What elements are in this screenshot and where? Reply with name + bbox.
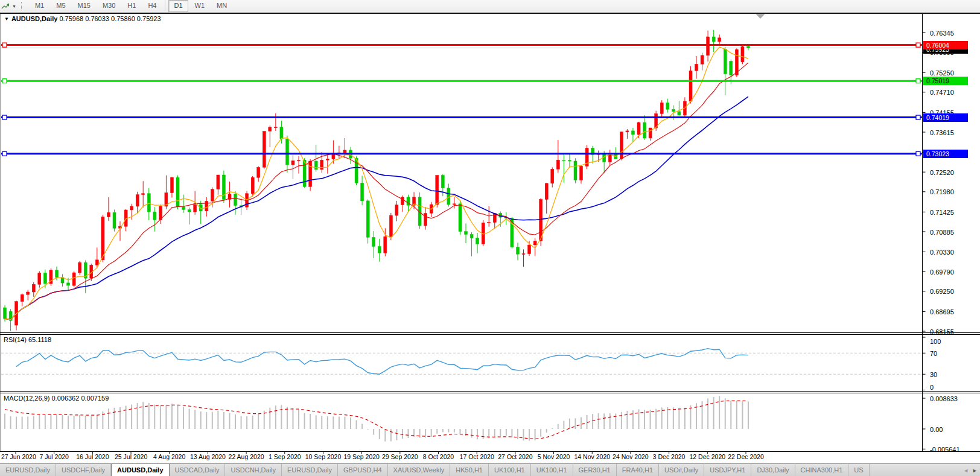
symbol-tab-ger30-h1[interactable]: GER30,H1 <box>573 464 617 476</box>
symbol-tab-fra40-h1[interactable]: FRA40,H1 <box>617 464 659 476</box>
candle-body <box>649 128 652 138</box>
date-axis-label: 4 Aug 2020 <box>153 453 185 460</box>
candle-body <box>660 103 663 113</box>
candle-body <box>56 270 59 278</box>
candle-body <box>291 160 294 165</box>
price-axis-tick-label: 0.73615 <box>930 129 954 136</box>
date-axis-label: 22 Dec 2020 <box>728 453 764 460</box>
symbol-tab-us[interactable]: US <box>848 464 869 476</box>
candle-body <box>286 139 289 165</box>
candle-body <box>95 260 98 265</box>
candle-body <box>678 112 681 115</box>
candle-body <box>441 176 444 188</box>
candle-body <box>280 127 283 139</box>
symbol-tab-usdjpy-h1[interactable]: USDJPY,H1 <box>704 464 751 476</box>
symbol-tab-xauusd-weekly[interactable]: XAUUSD,Weekly <box>388 464 451 476</box>
chart-symbol-label: AUDUSD,Daily <box>11 15 57 22</box>
date-axis-label: 1 Sep 2020 <box>269 453 301 460</box>
date-axis-label: 7 Jul 2020 <box>39 453 68 460</box>
macd-axis-label: 0.008633 <box>930 395 958 402</box>
candle-body <box>113 212 116 228</box>
candle-body <box>326 159 329 160</box>
candle-body <box>257 167 260 177</box>
hline-handle[interactable] <box>916 151 920 156</box>
symbol-tab-eurusd-daily[interactable]: EURUSD,Daily <box>0 464 56 476</box>
candle-body <box>453 204 456 205</box>
hline-handle[interactable] <box>2 79 7 83</box>
date-axis-label: 12 Dec 2020 <box>690 453 726 460</box>
macd-axis-label: -0.005641 <box>930 446 960 453</box>
candle-body <box>372 237 375 246</box>
candle-body <box>303 160 306 186</box>
candle-body <box>724 49 727 74</box>
symbol-tab-usdchf-daily[interactable]: USDCHF,Daily <box>56 464 111 476</box>
date-axis-label: 29 Sep 2020 <box>382 453 418 460</box>
candle-body <box>488 223 491 223</box>
hline-handle[interactable] <box>916 79 920 83</box>
candle-body <box>343 150 346 153</box>
symbol-tab-gbpusd-h4[interactable]: GBPUSD,H4 <box>338 464 388 476</box>
candle-body <box>672 109 675 112</box>
symbol-tab-audusd-daily[interactable]: AUDUSD,Daily <box>111 464 169 476</box>
hline-handle[interactable] <box>2 115 7 119</box>
candle-body <box>643 122 646 138</box>
price-axis-tick-label: 0.69250 <box>930 288 954 295</box>
candle-body <box>389 215 392 236</box>
candle-body <box>545 183 548 200</box>
macd-indicator-label: MACD(12,26,9) 0.006362 0.007159 <box>4 395 109 402</box>
candle-body <box>142 194 145 195</box>
date-axis-label: 10 Sep 2020 <box>305 453 342 460</box>
hline-handle[interactable] <box>2 43 7 47</box>
symbol-tab-usdcad-daily[interactable]: USDCAD,Daily <box>170 464 226 476</box>
symbol-tab-china300-h1[interactable]: CHINA300,H1 <box>795 464 849 476</box>
candle-body <box>632 131 635 135</box>
candle-body <box>107 212 110 217</box>
chart-shift-marker[interactable] <box>756 14 765 19</box>
symbol-tab-dj30-daily[interactable]: DJ30,Daily <box>751 464 795 476</box>
candle-body <box>465 232 468 235</box>
hline-price-tag: 0.76004 <box>923 41 968 49</box>
symbol-tab-eurusd-daily[interactable]: EURUSD,Daily <box>282 464 338 476</box>
tab-scroll-right-icon[interactable]: ► <box>972 468 978 474</box>
candle-body <box>539 200 542 241</box>
macd-signal-line <box>5 401 748 439</box>
candle-body <box>32 284 35 292</box>
candle-body <box>72 273 75 285</box>
chart-ohlc-values: 0.75968 0.76033 0.75860 0.75923 <box>59 15 161 22</box>
macd-axis-label: 0.00 <box>930 426 943 433</box>
candle-body <box>637 122 640 135</box>
symbol-tab-uk100-h1[interactable]: UK100,H1 <box>531 464 573 476</box>
candle-body <box>67 283 70 285</box>
hline-handle[interactable] <box>916 43 920 47</box>
rsi-axis-label: 30 <box>930 371 937 378</box>
chart-title: ▼AUDUSD,Daily 0.75968 0.76033 0.75860 0.… <box>4 15 161 22</box>
price-axis-tick-label: 0.74710 <box>930 89 954 96</box>
candle-body <box>262 132 266 168</box>
candle-body <box>574 161 577 180</box>
date-axis-label: 19 Sep 2020 <box>343 453 380 460</box>
chart-canvas[interactable] <box>0 0 980 476</box>
date-axis-label: 27 Oct 2020 <box>498 453 532 460</box>
price-axis-tick-label: 0.71980 <box>930 188 954 195</box>
price-axis-tick-label: 0.72520 <box>930 169 954 176</box>
collapse-triangle-icon[interactable]: ▼ <box>4 16 9 22</box>
candle-body <box>378 247 381 253</box>
price-axis-tick-label: 0.68155 <box>930 328 954 335</box>
candle-body <box>580 167 583 180</box>
tab-scroll-arrows: ◄► <box>961 464 980 476</box>
date-axis-label: 13 Aug 2020 <box>190 453 226 460</box>
symbol-tab-hk50-h1[interactable]: HK50,H1 <box>450 464 489 476</box>
symbol-tab-usdcnh-daily[interactable]: USDCNH,Daily <box>225 464 282 476</box>
hline-handle[interactable] <box>916 115 920 119</box>
tab-scroll-left-icon[interactable]: ◄ <box>963 468 969 474</box>
date-axis-label: 3 Dec 2020 <box>653 453 686 460</box>
candle-body <box>251 177 254 194</box>
candle-body <box>707 37 710 56</box>
candle-body <box>747 46 750 48</box>
symbol-tab-usoil-daily[interactable]: USOil,Daily <box>659 464 704 476</box>
candle-body <box>366 201 369 237</box>
hline-handle[interactable] <box>2 151 7 156</box>
date-axis-label: 14 Nov 2020 <box>574 453 611 460</box>
candle-body <box>320 160 323 170</box>
symbol-tab-uk100-h1[interactable]: UK100,H1 <box>489 464 531 476</box>
